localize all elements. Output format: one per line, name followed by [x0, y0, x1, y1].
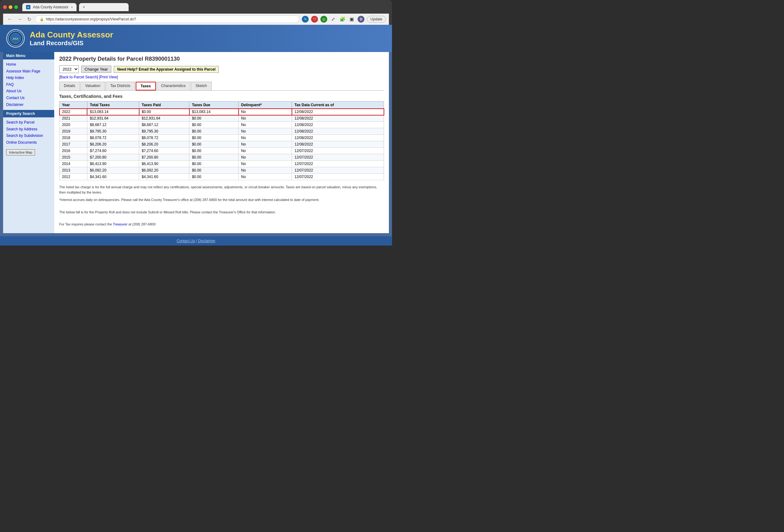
cell-6-5: 12/07/2022 — [292, 148, 384, 154]
browser-titlebar: A Ada County Assessor × + — [3, 3, 389, 11]
main-menu-title: Main Menu — [3, 52, 54, 59]
sidebar-item-about[interactable]: About Us — [6, 88, 51, 95]
footnote-4: For Tax inquires please contact the Trea… — [59, 222, 384, 227]
tab-valuation[interactable]: Valuation — [81, 82, 105, 90]
print-view-link[interactable]: Print View — [100, 75, 117, 79]
sidebar-item-assessor-main[interactable]: Assessor Main Page — [6, 68, 51, 75]
fullscreen-icon[interactable]: ⤢ — [330, 16, 337, 23]
col-header-year: Year — [59, 101, 87, 109]
sidebar-item-online-docs[interactable]: Online Documents — [6, 139, 51, 146]
back-button[interactable]: ← — [6, 16, 13, 23]
change-year-button[interactable]: Change Year — [81, 66, 111, 73]
tab-sketch[interactable]: Sketch — [191, 82, 212, 90]
footer-contact-link[interactable]: Contact Us — [177, 239, 195, 243]
sidebar-item-home[interactable]: Home — [6, 61, 51, 68]
new-tab-button[interactable]: + — [79, 3, 129, 11]
cell-4-4: No — [239, 135, 292, 141]
year-row: 2022 2021 2020 Change Year Need Help? Em… — [59, 65, 384, 73]
cell-9-5: 12/07/2022 — [292, 167, 384, 174]
tab-taxes[interactable]: Taxes — [136, 82, 156, 90]
cell-6-2: $7,274.60 — [139, 148, 189, 154]
cell-0-1: $13,083.14 — [87, 109, 139, 115]
cell-2-4: No — [239, 122, 292, 128]
header-text: Ada County Assessor Land Records/GIS — [30, 30, 113, 47]
footer-disclaimer-link[interactable]: Disclaimer — [198, 239, 215, 243]
cell-3-3: $0.00 — [189, 128, 239, 135]
maximize-window-button[interactable] — [14, 5, 18, 9]
cell-7-3: $0.00 — [189, 154, 239, 161]
cell-3-5: 12/08/2022 — [292, 128, 384, 135]
back-to-search-link[interactable]: Back to Parcel Search — [60, 75, 97, 79]
close-window-button[interactable] — [3, 5, 7, 9]
sidebar-item-help[interactable]: Help Index — [6, 75, 51, 82]
tab-favicon-icon: A — [26, 5, 30, 9]
update-button[interactable]: Update — [367, 16, 386, 23]
cell-3-0: 2019 — [59, 128, 87, 135]
tax-table: Year Total Taxes Taxes Paid Taxes Due De… — [59, 101, 384, 180]
cell-6-1: $7,274.60 — [87, 148, 139, 154]
sidebar-toggle-icon[interactable]: ▣ — [348, 16, 355, 23]
logo-svg: ACA — [8, 31, 23, 46]
url-text: https://adacountyassessor.org/propsys/Vi… — [46, 17, 136, 21]
cell-5-2: $8,206.20 — [139, 141, 189, 148]
cell-10-2: $4,341.60 — [139, 174, 189, 180]
extension-icon-2[interactable]: 🛡 — [311, 16, 318, 23]
cell-2-1: $8,687.12 — [87, 122, 139, 128]
cell-7-2: $7,200.80 — [139, 154, 189, 161]
cell-7-5: 12/07/2022 — [292, 154, 384, 161]
refresh-button[interactable]: ↻ — [26, 16, 32, 23]
content-area: 2022 Property Details for Parcel R839000… — [54, 52, 389, 233]
extension-icon-3[interactable]: ◎ — [320, 16, 327, 23]
email-appraiser-button[interactable]: Need Help? Email the Appraiser Assigned … — [114, 66, 219, 73]
table-row: 2016$7,274.60$7,274.60$0.00No12/07/2022 — [59, 148, 384, 154]
address-bar[interactable]: 🔒 https://adacountyassessor.org/propsys/… — [35, 16, 299, 23]
header-subtitle: Land Records/GIS — [30, 40, 113, 47]
treasurer-link[interactable]: Treasurer — [113, 222, 128, 226]
cell-7-0: 2015 — [59, 154, 87, 161]
cell-6-0: 2016 — [59, 148, 87, 154]
cell-8-3: $0.00 — [189, 161, 239, 167]
tab-close-button[interactable]: × — [71, 5, 73, 9]
sidebar-item-search-subdivision[interactable]: Search by Subdivision — [6, 132, 51, 139]
cell-8-2: $6,413.90 — [139, 161, 189, 167]
tab-characteristics[interactable]: Characteristics — [157, 82, 190, 90]
cell-1-5: 12/08/2022 — [292, 115, 384, 122]
tab-tax-districts[interactable]: Tax Districts — [106, 82, 135, 90]
forward-button[interactable]: → — [16, 16, 24, 23]
table-row: 2017$8,206.20$8,206.20$0.00No12/08/2022 — [59, 141, 384, 148]
sidebar-item-faq[interactable]: FAQ — [6, 82, 51, 88]
cell-8-1: $6,413.90 — [87, 161, 139, 167]
cell-8-0: 2014 — [59, 161, 87, 167]
cell-3-4: No — [239, 128, 292, 135]
year-selector[interactable]: 2022 2021 2020 — [59, 65, 79, 73]
sidebar-item-search-parcel[interactable]: Search by Parcel — [6, 119, 51, 126]
extension-puzzle-icon[interactable]: 🧩 — [339, 16, 346, 23]
cell-4-5: 12/08/2022 — [292, 135, 384, 141]
cell-4-1: $8,078.72 — [87, 135, 139, 141]
col-header-current-as-of: Tax Data Current as of — [292, 101, 384, 109]
profile-icon[interactable]: D — [358, 16, 364, 23]
cell-5-5: 12/08/2022 — [292, 141, 384, 148]
cell-4-2: $8,078.72 — [139, 135, 189, 141]
sidebar-item-search-address[interactable]: Search by Address — [6, 126, 51, 133]
cell-9-0: 2013 — [59, 167, 87, 174]
cell-6-3: $0.00 — [189, 148, 239, 154]
cell-5-1: $8,206.20 — [87, 141, 139, 148]
site-footer: Contact Us | Disclaimer — [0, 236, 392, 245]
interactive-map-button[interactable]: Interactive Map — [6, 149, 35, 155]
tab-title: Ada County Assessor — [33, 5, 68, 9]
col-header-taxes-due: Taxes Due — [189, 101, 239, 109]
tab-details[interactable]: Details — [59, 82, 80, 90]
browser-tab[interactable]: A Ada County Assessor × — [22, 3, 77, 11]
browser-toolbar-icons: ✎ 🛡 ◎ ⤢ 🧩 ▣ D Update — [302, 16, 386, 23]
parcel-links-row: [Back to Parcel Search] [Print View] — [59, 75, 384, 79]
sidebar-item-contact[interactable]: Contact Us — [6, 95, 51, 101]
footnote-4-suffix: at (208) 287-6800 — [128, 222, 156, 226]
sidebar-item-disclaimer[interactable]: Disclaimer — [6, 101, 51, 108]
extension-icon-1[interactable]: ✎ — [302, 16, 309, 23]
cell-5-3: $0.00 — [189, 141, 239, 148]
main-menu-links: Home Assessor Main Page Help Index FAQ A… — [3, 59, 54, 110]
minimize-window-button[interactable] — [9, 5, 12, 9]
cell-3-2: $9,795.30 — [139, 128, 189, 135]
tabs-row: Details Valuation Tax Districts Taxes Ch… — [59, 82, 384, 91]
